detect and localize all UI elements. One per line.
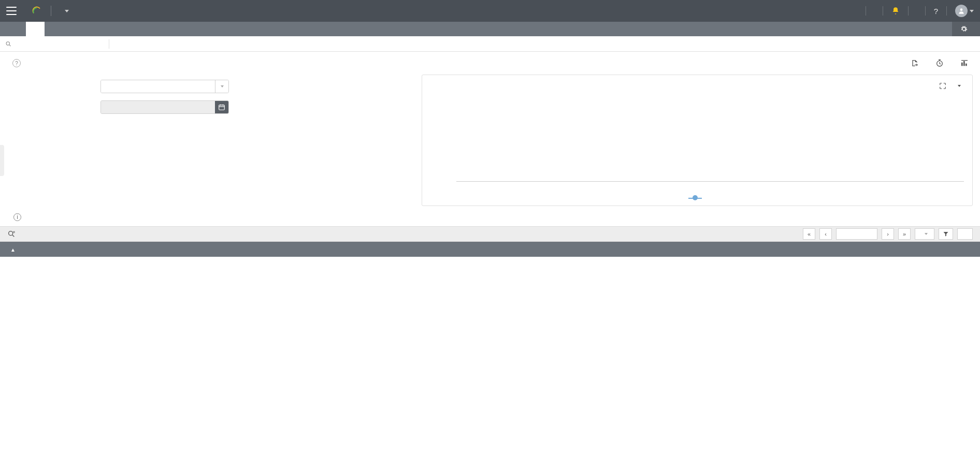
tenant-value[interactable]	[101, 80, 215, 93]
calendar-icon	[218, 104, 225, 111]
separator	[925, 6, 926, 16]
export-icon	[911, 59, 919, 67]
svg-point-0	[960, 8, 963, 11]
chevron-down-icon	[958, 85, 961, 87]
separator	[866, 6, 866, 16]
period-select[interactable]	[100, 100, 229, 114]
clock-icon	[935, 59, 944, 67]
generated-row: i	[0, 213, 980, 226]
info-icon[interactable]: i	[13, 213, 21, 221]
tab-dashboard[interactable]	[7, 22, 26, 36]
separator	[946, 6, 947, 16]
separator	[109, 39, 109, 49]
search-report-input[interactable]	[15, 40, 109, 48]
menu-icon[interactable]	[6, 7, 17, 15]
help-icon[interactable]: ?	[12, 59, 21, 67]
filter-button[interactable]	[939, 228, 953, 240]
main-tabs	[0, 22, 980, 36]
date-picker-button[interactable]	[215, 101, 228, 113]
page-size-select[interactable]	[915, 228, 934, 240]
filters-panel	[7, 75, 411, 206]
search-report[interactable]	[5, 40, 109, 48]
notification-bell-icon[interactable]	[891, 7, 900, 15]
svg-rect-7	[219, 105, 225, 110]
table-search-icon[interactable]	[7, 230, 16, 238]
page-range	[836, 228, 877, 240]
table-toolbar: « ‹ › »	[0, 226, 980, 242]
sort-asc-icon: ▲	[10, 247, 16, 253]
search-icon	[5, 40, 12, 48]
tenant-settings-button[interactable]	[952, 22, 980, 36]
user-menu[interactable]	[955, 5, 974, 17]
column-storage[interactable]	[490, 242, 980, 257]
x-axis	[456, 181, 964, 182]
tab-support[interactable]	[119, 22, 138, 36]
export-button[interactable]	[911, 59, 923, 67]
separator	[908, 6, 909, 16]
topbar: ?	[0, 0, 980, 22]
help-icon[interactable]: ?	[934, 7, 938, 16]
chevron-down-icon	[221, 85, 224, 87]
chart-card	[422, 75, 973, 206]
last-page-button[interactable]: »	[898, 228, 911, 240]
left-side-handle[interactable]	[0, 145, 4, 176]
svg-point-11	[9, 231, 13, 236]
tab-reports[interactable]	[26, 22, 45, 36]
column-date[interactable]: ▲	[0, 242, 490, 257]
prev-page-button[interactable]: ‹	[819, 228, 832, 240]
svg-line-12	[12, 235, 14, 237]
data-table: ▲	[0, 242, 980, 257]
more-button[interactable]	[960, 59, 973, 67]
next-page-button[interactable]: ›	[882, 228, 894, 240]
gear-icon	[960, 25, 968, 33]
chevron-down-icon	[65, 10, 69, 12]
page-header: ?	[0, 52, 980, 75]
svg-point-1	[6, 41, 9, 45]
separator	[883, 6, 883, 16]
tenant-select[interactable]	[100, 80, 229, 93]
filter-row	[0, 36, 980, 52]
svg-line-2	[9, 45, 11, 46]
line-chart	[456, 94, 964, 182]
separator	[51, 6, 51, 16]
chevron-down-icon	[970, 10, 974, 12]
expand-icon[interactable]	[938, 81, 947, 91]
period-value[interactable]	[101, 101, 215, 113]
chevron-down-icon	[925, 233, 928, 235]
chart-body	[430, 94, 964, 182]
avatar-icon	[955, 5, 968, 17]
tab-settings[interactable]	[100, 22, 119, 36]
legend-marker	[693, 195, 698, 200]
first-page-button[interactable]: «	[803, 228, 815, 240]
more-icon	[960, 59, 969, 67]
schedule-button[interactable]	[935, 59, 948, 67]
chart-legend	[430, 195, 964, 200]
svg-rect-6	[965, 64, 967, 66]
content-row	[0, 75, 980, 213]
svg-rect-5	[963, 61, 965, 66]
chart-plot	[456, 94, 964, 182]
tab-automation[interactable]	[63, 22, 82, 36]
tab-management[interactable]	[45, 22, 63, 36]
tab-delegation[interactable]	[82, 22, 100, 36]
add-remove-columns-button[interactable]	[957, 228, 973, 240]
brand-swoosh-icon	[32, 6, 41, 16]
tenant-dropdown-button[interactable]	[215, 80, 228, 93]
brand-logo	[26, 6, 41, 16]
chart-menu-button[interactable]	[955, 81, 964, 91]
svg-rect-4	[961, 63, 963, 66]
module-dropdown[interactable]	[61, 10, 69, 12]
